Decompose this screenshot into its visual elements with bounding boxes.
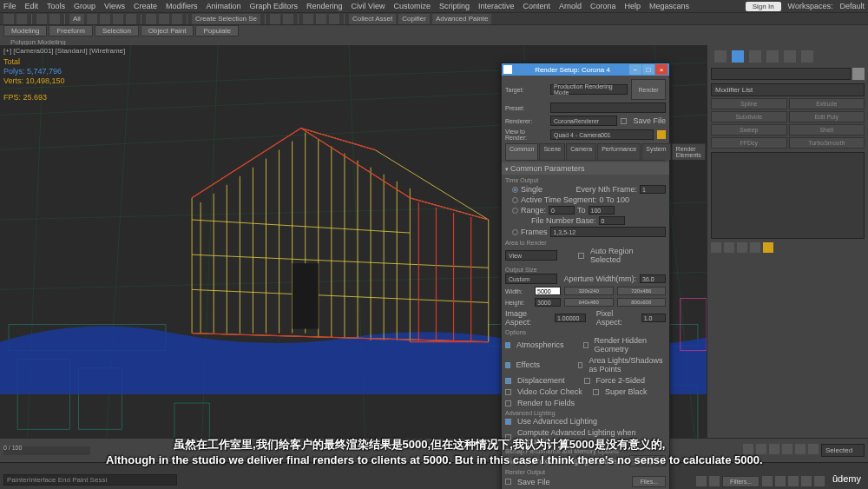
isolate-icon[interactable] [696,476,707,486]
time-slider[interactable]: 0 / 100 [3,446,90,455]
pixel-aspect-value[interactable]: 1.0 [641,314,666,322]
collect-asset-dropdown[interactable]: Collect Asset [349,14,396,24]
file-number-base-spinner[interactable]: 0 [599,216,625,225]
render-hidden-checkbox[interactable] [583,342,589,348]
menu-create[interactable]: Create [134,2,157,10]
modify-tab-icon[interactable] [732,50,744,63]
maxscript-listener[interactable] [3,474,177,486]
menu-help[interactable]: Help [625,2,641,10]
files-button[interactable]: Files... [632,476,666,487]
modifier-btn-1[interactable]: Extrude [789,98,865,109]
named-selection-dropdown[interactable]: Create Selection Se [192,14,260,24]
savefile-checkbox[interactable] [621,118,627,124]
unlink-icon[interactable] [49,14,60,24]
lock-view-icon[interactable] [657,130,666,139]
render-icon[interactable] [329,14,339,24]
tab-render-elements[interactable]: Render Elements [672,143,706,160]
make-unique-icon[interactable] [737,242,747,253]
hierarchy-tab-icon[interactable] [749,50,761,63]
every-nth-spinner[interactable]: 1 [640,185,666,194]
width-spinner[interactable]: 5000 [535,287,561,295]
frames-input[interactable]: 1,3,5-12 [550,227,666,237]
material-editor-icon[interactable] [303,14,313,24]
modifier-btn-2[interactable]: Subdivide [711,111,787,122]
menu-rendering[interactable]: Rendering [306,2,343,10]
area-dropdown[interactable]: View [505,250,557,261]
minimize-button[interactable]: − [629,64,641,75]
scale-icon[interactable] [126,14,136,24]
zoom-region-icon[interactable] [775,476,786,486]
preset-dropdown[interactable] [550,102,666,113]
maximize-viewport-icon[interactable] [814,476,825,486]
save-file-checkbox[interactable] [505,479,511,485]
menu-megascans[interactable]: Megascans [649,2,689,10]
output-preset-dropdown[interactable]: Custom [505,274,557,284]
video-color-checkbox[interactable] [505,389,511,395]
maximize-button[interactable]: □ [642,64,654,75]
image-aspect-value[interactable]: 1.00000 [555,314,586,322]
preset-720x486[interactable]: 720x486 [617,287,667,295]
pan-icon[interactable] [788,476,799,486]
prev-frame-icon[interactable] [769,444,779,454]
height-spinner[interactable]: 3000 [535,298,561,307]
dialog-titlebar[interactable]: Render Setup: Corona 4 − □ × [502,63,669,76]
percent-snap-icon[interactable] [172,14,182,24]
render-fields-checkbox[interactable] [505,400,511,406]
zoom-extents-icon[interactable] [762,476,773,486]
menu-content[interactable]: Content [523,2,550,10]
modifier-btn-7[interactable]: TurboSmooth [789,137,865,149]
undo-icon[interactable] [3,14,14,24]
tab-performance[interactable]: Performance [597,143,641,160]
selected-dropdown[interactable]: Selected [821,444,865,457]
menu-animation[interactable]: Animation [206,2,240,10]
target-dropdown[interactable]: Production Rendering Mode [550,84,628,95]
object-name-input[interactable] [711,68,851,80]
aperture-spinner[interactable]: 36.0 [640,274,666,283]
menu-group[interactable]: Group [74,2,95,10]
render-setup-icon[interactable] [316,14,326,24]
menu-tools[interactable]: Tools [47,2,65,10]
modifier-stack[interactable] [711,152,865,239]
preset-640x480[interactable]: 640x480 [564,298,614,307]
menu-corona[interactable]: Corona [590,2,616,10]
selection-filter-dropdown[interactable]: All [69,14,84,24]
modifier-list-dropdown[interactable]: Modifier List [711,83,865,96]
rotate-icon[interactable] [113,14,123,24]
menu-edit[interactable]: Edit [25,2,39,10]
utilities-tab-icon[interactable] [801,50,813,63]
signin-button[interactable]: Sign In [746,2,781,11]
align-icon[interactable] [283,14,293,24]
range-from-spinner[interactable]: 0 [549,206,575,215]
orbit-icon[interactable] [801,476,812,486]
workspaces-value[interactable]: Default [839,2,865,10]
common-parameters-header[interactable]: ▾ Common Parameters [502,162,669,175]
tab-scene[interactable]: Scene [539,143,565,160]
auto-region-checkbox[interactable] [578,253,584,259]
snap-icon[interactable] [146,14,156,24]
link-icon[interactable] [36,14,47,24]
show-end-result-icon[interactable] [724,242,734,253]
range-to-spinner[interactable]: 100 [589,206,615,215]
menu-scripting[interactable]: Scripting [439,2,470,10]
preset-800x600[interactable]: 800x600 [617,298,667,307]
tab-common[interactable]: Common [505,143,538,160]
render-button[interactable]: Render [631,79,666,100]
remove-modifier-icon[interactable] [750,242,760,253]
display-tab-icon[interactable] [784,50,796,63]
modifier-btn-6[interactable]: FFDcy [711,137,787,149]
menu-arnold[interactable]: Arnold [559,2,582,10]
preset-320x240[interactable]: 320x240 [564,287,614,295]
menu-views[interactable]: Views [104,2,125,10]
modifier-btn-3[interactable]: Edit Poly [789,111,865,122]
copifier-dropdown[interactable]: Copifier [398,14,430,24]
goto-end-icon[interactable] [795,444,806,454]
ribbon-tab-object-paint[interactable]: Object Paint [141,25,194,36]
modifier-btn-0[interactable]: Spline [711,98,787,109]
filters-button[interactable]: Filters... [722,476,760,487]
next-frame-icon[interactable] [782,444,792,454]
ribbon-tab-freeform[interactable]: Freeform [49,25,92,36]
pin-stack-icon[interactable] [711,242,721,253]
ribbon-tab-populate[interactable]: Populate [195,25,239,36]
menu-graph-editors[interactable]: Graph Editors [249,2,298,10]
redo-icon[interactable] [16,14,27,24]
